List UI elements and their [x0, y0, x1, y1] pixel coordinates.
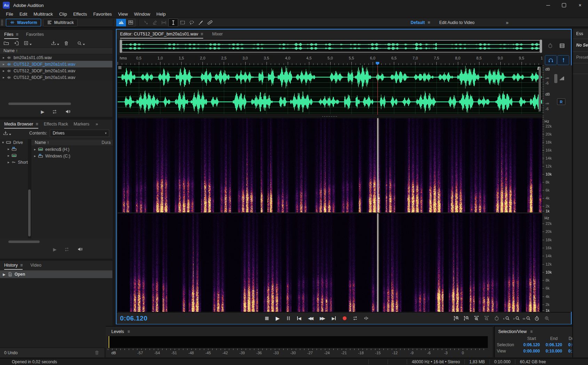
- spectral-display-toggle[interactable]: [116, 19, 126, 26]
- insert-into-multitrack-button[interactable]: [51, 40, 59, 46]
- zoom-in-vertical-button[interactable]: [452, 315, 461, 322]
- skip-to-end-button[interactable]: ▶: [329, 315, 338, 322]
- time-value[interactable]: 0:00.000: [521, 349, 543, 354]
- fast-forward-button[interactable]: ▶▶: [317, 315, 326, 322]
- playhead-line-spectrogram-1[interactable]: [378, 118, 378, 212]
- drive-row[interactable]: ▸ Windows (C:): [31, 153, 113, 159]
- overview-options-icon[interactable]: [559, 43, 565, 49]
- file-row[interactable]: ▸ CUT512_6DOF_bm20a1s01.wav: [0, 74, 112, 81]
- multitrack-view-button[interactable]: Multitrack: [43, 19, 78, 26]
- pin-playhead-button[interactable]: [557, 55, 569, 65]
- tab-media-browser[interactable]: Media Browser≡: [4, 122, 38, 129]
- spot-healing-brush-tool[interactable]: [205, 19, 214, 26]
- preview-autoplay-button[interactable]: [65, 109, 71, 114]
- levels-meter[interactable]: [108, 336, 488, 348]
- scrollbar-grip-icon[interactable]: [322, 116, 338, 117]
- playhead-line-waveform[interactable]: [378, 65, 378, 115]
- tree-item[interactable]: ▸: [0, 146, 28, 152]
- waveform-display-toggle[interactable]: [126, 19, 135, 26]
- expand-chevron-icon[interactable]: ▸: [3, 69, 5, 73]
- panel-menu-icon[interactable]: ≡: [20, 263, 23, 268]
- panel-menu-icon[interactable]: ≡: [530, 329, 533, 334]
- overview-left-handle[interactable]: [120, 40, 122, 53]
- zoom-timer-button[interactable]: [532, 315, 541, 322]
- expand-chevron-icon[interactable]: ▸: [3, 62, 5, 66]
- zoom-in-at-in-point-button[interactable]: ‹: [502, 315, 511, 322]
- record-button[interactable]: [340, 315, 349, 322]
- pause-button[interactable]: [284, 315, 293, 322]
- tree-item[interactable]: ▾ Drive: [0, 139, 28, 146]
- razor-tool[interactable]: [150, 19, 159, 26]
- overview-navigator[interactable]: [120, 40, 542, 52]
- tree-vscrollbar[interactable]: [28, 139, 31, 238]
- tab-essential-sound[interactable]: Ess: [573, 29, 588, 39]
- import-file-button[interactable]: [14, 40, 19, 46]
- maximize-button[interactable]: [556, 0, 572, 10]
- time-value[interactable]: 0:06.120: [521, 342, 543, 347]
- media-import-button[interactable]: [3, 130, 11, 136]
- workspace-item[interactable]: Edit Audio to Video: [439, 20, 475, 25]
- new-file-button[interactable]: [24, 41, 32, 46]
- drive-row[interactable]: ▸ eerikno$ (H:): [31, 146, 113, 153]
- menu-view[interactable]: View: [115, 11, 131, 17]
- slip-tool[interactable]: [159, 19, 168, 26]
- play-button[interactable]: ▶: [273, 315, 282, 322]
- panel-overflow-icon[interactable]: »: [96, 122, 98, 127]
- time-selection-tool[interactable]: [168, 18, 178, 27]
- waveform-view-button[interactable]: Waveform: [6, 19, 41, 26]
- menu-multitrack[interactable]: Multitrack: [30, 11, 56, 17]
- marquee-selection-tool[interactable]: [178, 19, 187, 26]
- move-playhead-button[interactable]: [361, 315, 371, 322]
- menu-file[interactable]: File: [3, 11, 16, 17]
- tab-history[interactable]: History≡: [4, 263, 23, 270]
- collapse-chevron-icon[interactable]: ▾: [2, 140, 4, 144]
- spectrogram-left-channel[interactable]: [118, 118, 542, 212]
- expand-chevron-icon[interactable]: ▸: [3, 56, 5, 59]
- open-file-button[interactable]: [3, 40, 9, 46]
- file-row[interactable]: ▸ CUT512_3DOF_bm20a1s01.wav: [0, 67, 112, 74]
- channel-fader-handle[interactable]: [554, 74, 557, 83]
- move-tool[interactable]: [141, 19, 150, 26]
- monitor-headphones-button[interactable]: [545, 55, 557, 65]
- tree-item[interactable]: ▸: [0, 152, 28, 159]
- playhead-line-spectrogram-2[interactable]: [378, 213, 378, 312]
- overview-right-handle[interactable]: [540, 40, 542, 53]
- waveform-overlay-icon[interactable]: [118, 66, 121, 69]
- clear-history-button[interactable]: [94, 350, 100, 355]
- zoom-out-horizontal-button[interactable]: [482, 315, 491, 322]
- overview-waveform-canvas[interactable]: [121, 41, 540, 51]
- files-search-button[interactable]: [77, 41, 85, 46]
- menu-help[interactable]: Help: [153, 11, 169, 17]
- time-value[interactable]: 0:06.120: [543, 342, 565, 347]
- expand-chevron-icon[interactable]: ▸: [8, 154, 9, 157]
- file-row[interactable]: ▸ CUT512_3DOF_bm20a1s01.wav: [0, 61, 112, 67]
- menu-clip[interactable]: Clip: [56, 11, 70, 17]
- timeline-ruler[interactable]: hms 0,51,01,52,02,53,03,54,04,55,05,56,0…: [118, 55, 543, 65]
- menu-favorites[interactable]: Favorites: [90, 11, 115, 17]
- tab-video[interactable]: Video: [30, 263, 41, 268]
- spectrogram-right-channel[interactable]: [118, 213, 542, 312]
- level-meter-icon[interactable]: [559, 75, 565, 81]
- loop-playback-button[interactable]: [351, 315, 360, 322]
- panel-menu-icon[interactable]: ≡: [16, 32, 18, 37]
- right-channel-badge[interactable]: R: [557, 98, 565, 105]
- panel-menu-icon[interactable]: ≡: [35, 122, 38, 127]
- minimize-button[interactable]: [540, 0, 556, 10]
- expand-chevron-icon[interactable]: ▸: [34, 147, 36, 151]
- tab-favorites[interactable]: Favorites: [26, 32, 44, 37]
- toolbar-grip[interactable]: [1, 19, 3, 26]
- delete-file-button[interactable]: [64, 41, 69, 46]
- zoom-to-selection-button[interactable]: ‹›: [522, 315, 531, 322]
- contents-dropdown[interactable]: Drives ▾: [50, 130, 109, 137]
- tab-markers[interactable]: Markers: [74, 122, 89, 127]
- panel-menu-icon[interactable]: ≡: [200, 32, 203, 36]
- lasso-selection-tool[interactable]: [187, 19, 196, 26]
- expand-chevron-icon[interactable]: ▸: [34, 154, 36, 158]
- expand-chevron-icon[interactable]: ▸: [3, 75, 5, 79]
- expand-chevron-icon[interactable]: ▸: [8, 147, 9, 151]
- tab-mixer[interactable]: Mixer: [212, 32, 223, 36]
- zoom-out-vertical-button[interactable]: [462, 315, 471, 322]
- rewind-button[interactable]: ◀◀: [305, 315, 315, 322]
- files-name-column-header[interactable]: Name↑: [0, 47, 112, 54]
- tab-effects-rack[interactable]: Effects Rack: [44, 122, 68, 127]
